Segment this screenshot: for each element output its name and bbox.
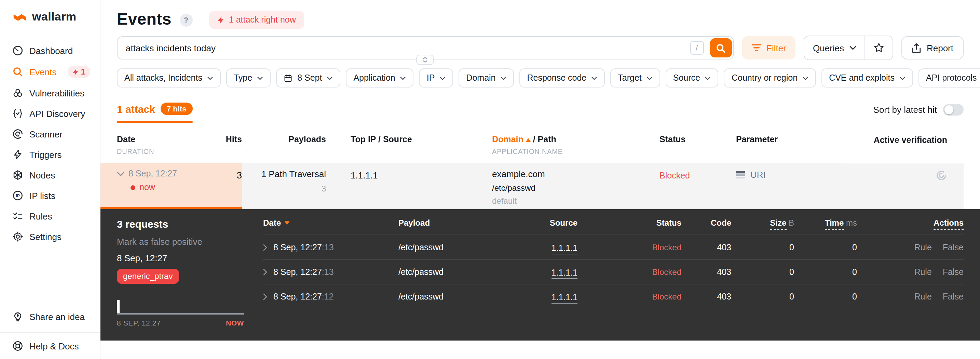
sidebar-item-events[interactable]: Events 1: [0, 61, 100, 83]
col-header-hits[interactable]: Hits: [209, 135, 242, 155]
attack-duration: now: [139, 183, 155, 192]
col-header-top-ip: Top IP / Source: [334, 135, 481, 155]
req-col-status: Status: [578, 218, 681, 228]
favorite-query-button[interactable]: [864, 36, 892, 59]
rule-action[interactable]: Rule: [914, 243, 931, 252]
spiral-scanner-icon: [12, 129, 23, 139]
sidebar-item-scanner[interactable]: Scanner: [0, 124, 100, 144]
false-positive-action[interactable]: False: [943, 292, 964, 301]
sidebar-item-triggers[interactable]: Triggers: [0, 144, 100, 165]
chevron-up-down-icon: [423, 57, 428, 63]
req-col-size[interactable]: Size B: [731, 218, 794, 228]
sidebar-item-label: Dashboard: [29, 45, 73, 56]
sidebar-item-settings[interactable]: Settings: [0, 227, 100, 247]
sidebar-item-vulnerabilities[interactable]: Vulnerabilities: [0, 83, 100, 103]
queries-button[interactable]: Queries: [805, 36, 864, 59]
sidebar-item-label: Events: [29, 67, 57, 77]
results-summary-row: 1 attack 7 hits Sort by latest hit: [117, 102, 964, 123]
false-positive-action[interactable]: False: [943, 267, 964, 277]
calendar-icon: [283, 73, 293, 82]
sidebar-item-label: Settings: [29, 231, 62, 242]
filter-chip-country[interactable]: Country or region: [724, 69, 816, 88]
request-actions: Rule False: [857, 267, 964, 277]
chevron-down-icon: [439, 76, 445, 80]
sidebar-item-rules[interactable]: Rules: [0, 206, 100, 227]
source-ip-link[interactable]: 1.1.1.1: [485, 266, 578, 278]
request-actions: Rule False: [857, 243, 964, 252]
attack-alert-badge[interactable]: 1 attack right now: [209, 11, 304, 29]
sidebar-item-help-docs[interactable]: Help & Docs: [0, 333, 100, 359]
chevron-down-icon: [207, 76, 213, 80]
false-positive-action[interactable]: False: [943, 243, 964, 252]
filter-chip-type[interactable]: Type: [226, 69, 270, 88]
hits-count-badge: 7 hits: [161, 102, 192, 115]
help-icon[interactable]: ?: [180, 13, 193, 26]
stacked-bars-icon: [736, 170, 746, 179]
request-row[interactable]: 8 Sep, 12:27:13 /etc/passwd 1.1.1.1 Bloc…: [263, 235, 964, 259]
col-header-active-verification: Active verification: [843, 135, 964, 155]
filter-chip-cve[interactable]: CVE and exploits: [821, 69, 913, 88]
events-attack-count-badge: 1: [68, 65, 90, 78]
rule-action[interactable]: Rule: [914, 292, 931, 301]
rule-action[interactable]: Rule: [914, 267, 931, 277]
sidebar-item-api-discovery[interactable]: API Discovery: [0, 103, 100, 124]
col-header-status: Status: [649, 135, 724, 155]
sidebar-item-label: API Discovery: [29, 108, 85, 119]
filter-chip-application[interactable]: Application: [346, 69, 414, 88]
filter-chip-date[interactable]: 8 Sept: [276, 69, 340, 88]
source-ip-link[interactable]: 1.1.1.1: [485, 290, 578, 303]
requests-count: 3 requests: [117, 218, 260, 230]
source-ip-link[interactable]: 1.1.1.1: [485, 241, 578, 253]
braces-check-icon: [12, 108, 23, 119]
mark-false-positive-link[interactable]: Mark as false positive: [117, 236, 260, 247]
chevron-right-icon: [263, 293, 267, 300]
attack-date-cell: 8 Sep, 12:27 now: [100, 163, 209, 209]
search-button[interactable]: [710, 38, 732, 57]
sort-label: Sort by latest hit: [873, 105, 937, 115]
attack-row[interactable]: 8 Sep, 12:27 now 3 1 Path Traversal 3 1.…: [100, 163, 980, 209]
search-toolbar: / Filter Queries: [117, 36, 964, 59]
bolt-triggers-icon: [12, 149, 23, 160]
sidebar: wallarm Dashboard Events 1: [0, 0, 100, 359]
request-row[interactable]: 8 Sep, 12:27:13 /etc/passwd 1.1.1.1 Bloc…: [263, 259, 964, 284]
requests-table-header: Date Payload Source Status Code Size B T…: [263, 218, 964, 235]
attack-tag[interactable]: generic_ptrav: [117, 269, 179, 284]
sidebar-item-nodes[interactable]: Nodes: [0, 165, 100, 185]
filter-chip-domain[interactable]: Domain: [458, 69, 514, 88]
report-button[interactable]: Report: [901, 36, 964, 59]
sidebar-item-dashboard[interactable]: Dashboard: [0, 40, 100, 61]
sort-desc-icon: [284, 221, 290, 225]
bolt-icon: [73, 68, 79, 75]
chevron-expanded-icon: [117, 171, 124, 176]
chevron-down-icon: [802, 76, 808, 80]
export-icon: [912, 43, 921, 53]
chevron-down-icon: [705, 76, 711, 80]
requests-timeline-chart: 8 SEP, 12:27 NOW: [117, 300, 244, 327]
filter-chip-attack-type[interactable]: All attacks, Incidents: [117, 69, 221, 88]
filter-lines-icon: [751, 44, 761, 52]
lightbulb-icon: [12, 311, 23, 322]
attack-details-panel: 3 requests Mark as false positive 8 Sep,…: [100, 209, 980, 341]
filter-chip-target[interactable]: Target: [610, 69, 660, 88]
tab-attacks[interactable]: 1 attack 7 hits: [117, 102, 192, 123]
filter-chip-api-protocols[interactable]: API protocols: [918, 69, 980, 88]
request-row[interactable]: 8 Sep, 12:27:12 /etc/passwd 1.1.1.1 Bloc…: [263, 284, 964, 308]
sort-by-latest-hit-toggle[interactable]: [943, 104, 964, 116]
wallarm-logo[interactable]: wallarm: [0, 0, 100, 31]
collapse-filters-handle[interactable]: [417, 55, 434, 65]
sidebar-item-share-idea[interactable]: Share an idea: [0, 304, 100, 330]
filter-button[interactable]: Filter: [742, 36, 796, 59]
sidebar-item-ip-lists[interactable]: IP IP lists: [0, 185, 100, 206]
search-box: /: [117, 36, 733, 59]
req-col-actions[interactable]: Actions: [857, 218, 964, 228]
col-header-domain-path[interactable]: Domain/ Path APPLICATION NAME: [481, 135, 649, 155]
lifebuoy-icon: [12, 341, 23, 351]
timeline-axis: [117, 313, 244, 314]
attack-hits-cell: 3: [209, 163, 242, 209]
chevron-down-icon: [327, 76, 333, 80]
filter-chip-response-code[interactable]: Response code: [520, 69, 605, 88]
req-col-date[interactable]: Date: [263, 218, 383, 228]
req-col-time[interactable]: Time ms: [794, 218, 857, 228]
filter-chip-source[interactable]: Source: [666, 69, 719, 88]
filter-chip-ip[interactable]: IP: [419, 69, 453, 88]
